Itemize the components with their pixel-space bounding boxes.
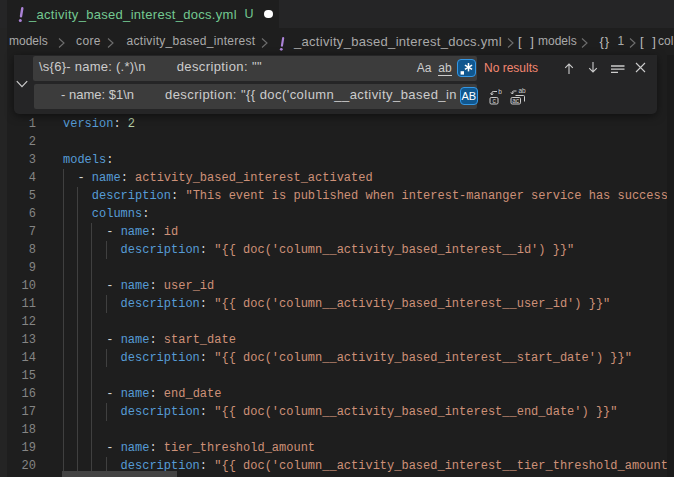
svg-text:b: b [498, 89, 502, 95]
svg-text:ac: ac [512, 96, 520, 103]
svg-text:ab: ab [518, 88, 526, 94]
